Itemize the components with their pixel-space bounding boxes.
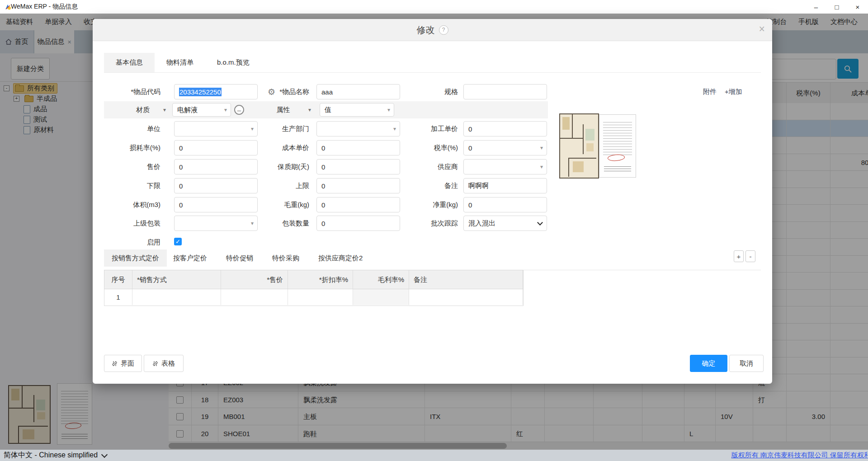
basic-info-form: 材质 ▾ 电解液 ▾ – 属性 ▾ 值 ▾ ⚙ 附件 +增加 启用 ✓: [93, 19, 772, 384]
close-window-button[interactable]: ×: [847, 0, 868, 14]
field-label: 包装数量: [241, 219, 309, 228]
attachment-document-image[interactable]: [599, 114, 636, 178]
pricing-cell-5[interactable]: [409, 289, 523, 305]
pricing-tab-3[interactable]: 特价采购: [266, 249, 306, 267]
material-value: 电解液: [177, 106, 198, 114]
ui-settings-label: 界面: [121, 359, 134, 368]
pricing-cell-0[interactable]: 1: [104, 289, 132, 305]
field-label: 损耗率(%): [93, 144, 160, 153]
pricing-column-header-2: *售价: [221, 270, 288, 289]
field-label: 批次跟踪: [390, 219, 458, 228]
dropdown-arrow-icon: ▾: [224, 107, 227, 113]
material-select[interactable]: 材质 ▾: [115, 103, 170, 117]
add-row-button[interactable]: +: [734, 250, 744, 262]
field-label: 体积(m3): [93, 201, 160, 210]
pricing-tabs: 按销售方式定价按客户定价特价促销特价采购按供应商定价2: [104, 249, 375, 267]
pricing-table-header: 序号*销售方式*售价*折扣率%毛利率%备注: [104, 270, 524, 289]
field-input[interactable]: 0: [316, 140, 400, 155]
dropdown-arrow-icon: ▾: [387, 107, 390, 113]
dropdown-arrow-icon: ▾: [163, 107, 166, 113]
attachment-floorplan-image[interactable]: [559, 113, 599, 179]
field-label: 供应商: [390, 163, 458, 172]
field-label: *物品名称: [241, 88, 309, 97]
field-label: 成本单价: [241, 144, 309, 153]
field-value: 0: [179, 201, 183, 209]
pricing-column-header-4: 毛利率%: [353, 270, 409, 289]
pricing-table-row: 1: [104, 289, 524, 306]
table-settings-button[interactable]: 表格: [144, 355, 184, 372]
attribute-value: 值: [325, 106, 331, 114]
pricing-column-header-3: *折扣率%: [288, 270, 353, 289]
field-input[interactable]: 啊啊啊: [463, 178, 547, 193]
dropdown-arrow-icon: ▾: [540, 145, 543, 151]
language-selector[interactable]: 简体中文 - Chinese simplified: [4, 451, 107, 460]
field-input[interactable]: [463, 84, 547, 99]
field-value: 0: [179, 182, 183, 190]
field-value: 0: [179, 144, 183, 152]
minimize-button[interactable]: –: [806, 0, 826, 14]
confirm-button[interactable]: 确定: [690, 355, 727, 372]
maximize-button[interactable]: □: [826, 0, 847, 14]
attribute-select-label: 属性: [277, 106, 290, 114]
field-label: 生产部门: [241, 125, 309, 134]
ui-settings-button[interactable]: 界面: [104, 355, 142, 372]
field-value: aaa: [321, 88, 333, 96]
attribute-select[interactable]: 属性 ▾: [251, 103, 316, 117]
os-title-bar: WeMax ERP - 物品信息 – □ ×: [0, 0, 868, 14]
field-label: 净重(kg): [390, 201, 458, 210]
field-input[interactable]: 0: [463, 197, 547, 212]
field-label: 下限: [93, 182, 160, 191]
field-label: 毛重(kg): [241, 201, 309, 210]
pricing-cell-2[interactable]: [221, 289, 288, 305]
chevron-down-icon: [537, 220, 543, 226]
attribute-value-select[interactable]: 值 ▾: [320, 103, 394, 117]
field-value: 0: [321, 144, 325, 152]
field-input[interactable]: 0: [463, 121, 547, 136]
pricing-cell-4: [353, 289, 409, 305]
pricing-tab-4[interactable]: 按供应商定价2: [312, 249, 369, 267]
field-input[interactable]: aaa: [316, 84, 400, 99]
edit-item-dialog: 修改 ? × 基本信息物料清单b.o.m.预览 材质 ▾ 电解液 ▾ – 属性 …: [93, 19, 772, 384]
field-select[interactable]: 混入混出: [463, 216, 547, 231]
pricing-tab-0[interactable]: 按销售方式定价: [104, 249, 167, 267]
field-label: 备注: [390, 182, 458, 191]
material-value-select[interactable]: 电解液 ▾: [172, 103, 231, 117]
pricing-column-header-0: 序号: [104, 270, 132, 289]
field-value: 0: [468, 201, 472, 209]
cancel-button[interactable]: 取消: [729, 355, 764, 372]
field-input[interactable]: 0: [316, 197, 400, 212]
field-select[interactable]: ▾: [316, 121, 400, 136]
field-label: 加工单价: [390, 125, 458, 134]
pricing-cell-1[interactable]: [132, 289, 221, 305]
pricing-column-header-1: *销售方式: [132, 270, 221, 289]
field-select[interactable]: ▾: [463, 159, 547, 174]
pricing-tab-1[interactable]: 按客户定价: [167, 249, 213, 267]
field-label: 规格: [390, 88, 458, 97]
field-input[interactable]: 0: [316, 178, 400, 193]
field-label: 单位: [93, 125, 160, 134]
remove-attribute-icon[interactable]: –: [234, 105, 244, 115]
field-select[interactable]: 0▾: [463, 140, 547, 155]
enable-checkbox[interactable]: ✓: [174, 238, 182, 245]
dropdown-arrow-icon: ▾: [540, 164, 543, 170]
pricing-tab-2[interactable]: 特价促销: [220, 249, 259, 267]
status-bar: 简体中文 - Chinese simplified 版权所有 南京伟麦科技有限公…: [0, 450, 868, 461]
field-label: 上级包装: [93, 219, 160, 228]
pricing-cell-3[interactable]: [288, 289, 353, 305]
field-value: 0: [321, 182, 325, 190]
material-select-label: 材质: [136, 106, 150, 114]
language-label: 简体中文 - Chinese simplified: [4, 451, 98, 460]
add-attachment-button[interactable]: +增加: [725, 88, 742, 96]
field-label: *物品代码: [93, 88, 160, 97]
application-window: WeMax ERP - 物品信息 – □ × 基础资料单据录入收支 控制台手机版…: [0, 0, 868, 461]
app-icon: [4, 3, 12, 11]
pricing-column-header-5: 备注: [409, 270, 523, 289]
field-input[interactable]: 0: [316, 216, 400, 231]
field-input[interactable]: 0: [316, 159, 400, 174]
copyright-link[interactable]: 版权所有 南京伟麦科技有限公司 保留所有权利: [731, 451, 868, 460]
table-settings-label: 表格: [161, 359, 175, 368]
field-label: 上限: [241, 182, 309, 191]
remove-row-button[interactable]: -: [745, 250, 755, 262]
dropdown-arrow-icon: ▾: [308, 107, 311, 113]
field-label: 售价: [93, 163, 160, 172]
